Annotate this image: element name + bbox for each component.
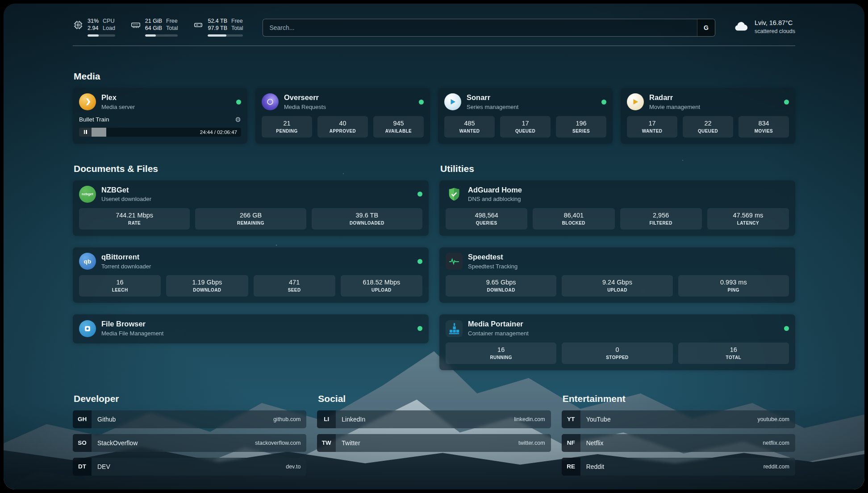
status-dot (784, 326, 789, 331)
now-playing-title: Bullet Train (79, 116, 235, 123)
gear-icon[interactable] (235, 116, 241, 124)
service-name: Media Portainer (468, 320, 529, 329)
stat-value: 0.993 ms (680, 279, 787, 286)
stat-value: 16 (680, 346, 787, 353)
bookmark-abbr: RE (562, 458, 580, 476)
section-title-media: Media (74, 71, 795, 82)
stat-value: 17 (629, 120, 676, 127)
bookmark-url: twitter.com (518, 440, 545, 446)
section-title-utilities: Utilities (440, 163, 795, 174)
stat-series: 196 SERIES (556, 116, 606, 138)
disk-label-1: Free (231, 18, 243, 25)
stat-value: 945 (375, 120, 422, 127)
ram-free-value: 21 GiB (145, 18, 162, 25)
plex-icon (79, 93, 96, 110)
disk-label-2: Total (231, 25, 243, 32)
progress-track[interactable] (92, 128, 196, 137)
service-card-radarr[interactable]: Radarr Movie management 17 WANTED 22 QUE… (621, 88, 795, 143)
playback-time: 24:44 / 02:06:47 (196, 130, 241, 135)
bookmark-youtube[interactable]: YT YouTubeyoutube.com (562, 410, 795, 428)
ram-label-1: Free (166, 18, 178, 25)
bookmark-abbr: LI (317, 410, 336, 428)
service-subtitle: Media server (101, 104, 135, 111)
stat-value: 834 (740, 120, 787, 127)
stat-download: 1.19 Gbps DOWNLOAD (166, 275, 248, 297)
status-dot (419, 100, 424, 104)
metric-ram: 21 GiB 64 GiB Free Total (130, 18, 178, 37)
bookmark-abbr: DT (73, 458, 92, 476)
disk-total-value: 97.9 TB (208, 25, 227, 32)
bookmark-stackoverflow[interactable]: SO StackOverflowstackoverflow.com (73, 434, 306, 452)
stat-queued: 17 QUEUED (500, 116, 551, 138)
bookmark-twitter[interactable]: TW Twittertwitter.com (317, 434, 551, 452)
stat-label: BLOCKED (534, 221, 613, 226)
stat-upload: 618.52 Mbps UPLOAD (341, 275, 422, 297)
stat-value: 266 GB (197, 212, 304, 219)
search-input[interactable] (263, 19, 697, 36)
cpu-icon (73, 20, 83, 30)
disk-icon (193, 20, 204, 30)
stat-queries: 498,564 QUERIES (446, 208, 527, 230)
bookmark-abbr: YT (562, 410, 580, 428)
bookmark-dev[interactable]: DT DEVdev.to (73, 458, 306, 476)
section-title-documents: Documents & Files (74, 163, 429, 174)
stat-wanted: 17 WANTED (627, 116, 677, 138)
bookmark-abbr: SO (73, 434, 92, 452)
stat-queued: 22 QUEUED (683, 116, 733, 138)
service-card-overseerr[interactable]: Overseerr Media Requests 21 PENDING 40 A… (255, 88, 430, 143)
service-subtitle: Series management (467, 104, 518, 111)
stat-label: AVAILABLE (375, 129, 422, 134)
bookmark-github[interactable]: GH Githubgithub.com (73, 410, 306, 428)
stat-pending: 21 PENDING (262, 116, 312, 138)
service-card-speedtest[interactable]: Speedtest Speedtest Tracking 9.65 Gbps D… (439, 247, 795, 303)
service-card-sonarr[interactable]: Sonarr Series management 485 WANTED 17 Q… (438, 88, 613, 143)
stat-value: 471 (255, 279, 334, 286)
stat-label: LATENCY (709, 221, 787, 226)
stat-value: 16 (447, 346, 555, 353)
stat-value: 39.6 TB (313, 212, 421, 219)
stat-stopped: 0 STOPPED (562, 343, 672, 364)
stat-label: FILTERED (622, 221, 700, 226)
bookmark-name: DEV (97, 463, 110, 470)
stat-value: 485 (446, 120, 493, 127)
service-card-nzbget[interactable]: nzbget NZBGet Usenet downloader 744.21 M… (73, 180, 429, 236)
stat-leech: 16 LEECH (79, 275, 161, 297)
bookmark-name: YouTube (586, 416, 611, 423)
stat-rate: 744.21 Mbps RATE (79, 208, 190, 230)
stat-label: WANTED (629, 129, 676, 134)
stat-label: QUERIES (447, 221, 526, 226)
service-name: Radarr (649, 93, 700, 102)
adguard-icon (446, 186, 463, 203)
bookmark-name: StackOverflow (97, 439, 138, 447)
stat-label: QUEUED (684, 129, 731, 134)
cpu-percent: 31% (88, 18, 99, 25)
service-card-plex[interactable]: Plex Media server Bullet Train 24:44 / 0… (73, 88, 247, 143)
stat-value: 16 (81, 279, 159, 286)
stat-label: MOVIES (740, 129, 787, 134)
playback-progress: 24:44 / 02:06:47 (79, 128, 241, 137)
bookmark-reddit[interactable]: RE Redditreddit.com (562, 458, 795, 476)
bookmark-netflix[interactable]: NF Netflixnetflix.com (562, 434, 795, 452)
speedtest-icon (446, 253, 463, 270)
top-bar: 31% 2.94 CPU Load (73, 18, 795, 37)
bookmark-linkedin[interactable]: LI LinkedInlinkedin.com (317, 410, 551, 428)
service-card-portainer[interactable]: Media Portainer Container management 16 … (439, 314, 795, 370)
stat-approved: 40 APPROVED (317, 116, 368, 138)
status-dot (417, 326, 422, 331)
service-name: Sonarr (467, 93, 518, 102)
snow-specks (4, 4, 4, 4)
service-card-adguard[interactable]: AdGuard Home DNS and adblocking 498,564 … (439, 180, 795, 236)
ram-icon (130, 20, 141, 30)
google-search-button[interactable]: G (697, 19, 715, 36)
service-card-filebrowser[interactable]: File Browser Media File Management (73, 314, 429, 343)
stat-upload: 9.24 Gbps UPLOAD (562, 275, 672, 297)
service-card-qbittorrent[interactable]: qb qBittorrent Torrent downloader 16 LEE… (73, 247, 429, 303)
stat-latency: 47.569 ms LATENCY (707, 208, 789, 230)
stat-value: 2,956 (622, 212, 700, 219)
bookmark-name: Reddit (586, 463, 604, 470)
status-dot (417, 192, 422, 196)
stat-value: 21 (263, 120, 310, 127)
stat-label: REMAINING (197, 221, 304, 226)
service-subtitle: Speedtest Tracking (468, 263, 517, 270)
pause-button[interactable] (79, 128, 92, 137)
